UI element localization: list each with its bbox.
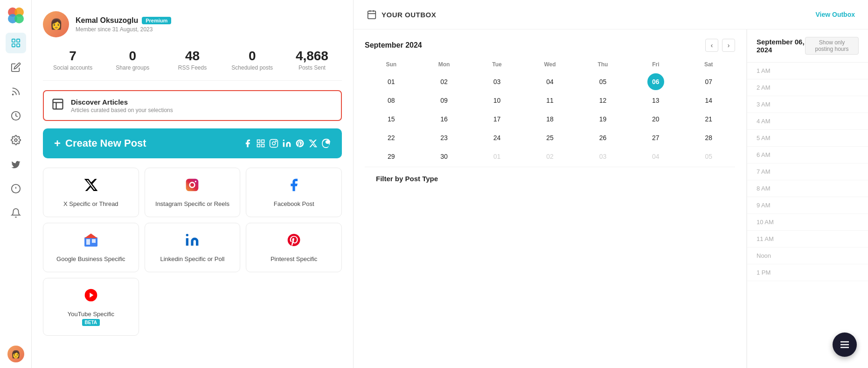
user-avatar-sidebar[interactable]: 👩	[7, 346, 24, 362]
instagram-icon	[185, 177, 200, 196]
cal-day-05[interactable]: 05	[594, 73, 611, 90]
create-new-post-button[interactable]: + Create New Post	[43, 128, 342, 158]
post-type-youtube-label-wrapper: YouTube Specific BETA	[68, 311, 114, 326]
cal-day-next-01[interactable]: 01	[489, 148, 506, 165]
cal-day-15[interactable]: 15	[383, 111, 400, 127]
cal-day-13[interactable]: 13	[647, 92, 664, 109]
time-slot-1pm[interactable]: 1 PM	[747, 264, 868, 281]
post-type-youtube[interactable]: YouTube Specific BETA	[43, 278, 139, 336]
member-since: Member since 31 August, 2023	[76, 26, 171, 33]
cal-day-20[interactable]: 20	[647, 111, 664, 127]
outbox-title-row: YOUR OUTBOX	[367, 9, 436, 20]
cal-day-23[interactable]: 23	[436, 129, 452, 146]
x-icon	[83, 177, 98, 196]
svg-rect-36	[368, 11, 376, 19]
post-type-linkedin-label: Linkedin Specific or Poll	[160, 255, 224, 262]
sidebar-item-dashboard[interactable]	[6, 33, 26, 53]
discover-subtitle: Articles curated based on your selection…	[71, 107, 173, 113]
cal-day-06-today[interactable]: 06	[647, 73, 664, 90]
cal-day-30[interactable]: 30	[436, 148, 452, 165]
cal-day-29[interactable]: 29	[383, 148, 400, 165]
cal-day-27[interactable]: 27	[647, 129, 664, 146]
stat-scheduled-posts-value: 0	[222, 49, 282, 64]
fab-menu-button[interactable]	[833, 333, 857, 357]
time-slot-9am[interactable]: 9 AM	[747, 197, 868, 214]
calendar-nav: September 2024 ‹ ›	[365, 39, 735, 52]
cal-day-25[interactable]: 25	[542, 129, 558, 146]
time-slot-noon[interactable]: Noon	[747, 248, 868, 264]
time-slot-10am[interactable]: 10 AM	[747, 214, 868, 231]
svg-rect-21	[270, 140, 278, 148]
cal-day-next-05[interactable]: 05	[700, 148, 717, 165]
cal-day-28[interactable]: 28	[700, 129, 717, 146]
user-name: Kemal Oksuzoglu	[76, 16, 138, 25]
stat-social-accounts[interactable]: 7 Social accounts	[43, 49, 103, 71]
stat-rss-feeds[interactable]: 48 RSS Feeds	[162, 49, 222, 71]
cal-day-next-04[interactable]: 04	[647, 148, 664, 165]
post-type-facebook[interactable]: Facebook Post	[246, 168, 342, 217]
cal-day-14[interactable]: 14	[700, 92, 717, 109]
app-logo[interactable]	[6, 6, 26, 25]
post-type-instagram[interactable]: Instagram Specific or Reels	[145, 168, 241, 217]
time-slot-8am[interactable]: 8 AM	[747, 180, 868, 197]
pinterest-icon	[286, 233, 301, 251]
post-type-linkedin[interactable]: Linkedin Specific or Poll	[145, 223, 241, 272]
show-only-posting-hours-button[interactable]: Show only posting hours	[805, 37, 859, 55]
sidebar-item-notifications[interactable]	[6, 203, 26, 223]
cal-day-01[interactable]: 01	[383, 73, 400, 90]
view-outbox-link[interactable]: View Outbox	[815, 11, 855, 18]
post-type-pinterest[interactable]: Pinterest Specific	[246, 223, 342, 272]
cal-header-thu: Thu	[576, 59, 629, 70]
cal-day-12[interactable]: 12	[594, 92, 611, 109]
stat-posts-sent[interactable]: 4,868 Posts Sent	[282, 49, 342, 71]
cal-day-next-03[interactable]: 03	[594, 148, 611, 165]
sidebar: 👩	[0, 0, 32, 368]
cal-day-09[interactable]: 09	[436, 92, 452, 109]
calendar-week-3: 15 16 17 18 19 20 21	[365, 111, 735, 127]
calendar-next-button[interactable]: ›	[722, 39, 735, 52]
time-slot-6am[interactable]: 6 AM	[747, 147, 868, 163]
time-slot-4am[interactable]: 4 AM	[747, 113, 868, 130]
time-slot-2am[interactable]: 2 AM	[747, 79, 868, 96]
sidebar-item-settings[interactable]	[6, 130, 26, 150]
cal-day-04[interactable]: 04	[542, 73, 558, 90]
svg-rect-7	[16, 44, 19, 47]
cal-day-02[interactable]: 02	[436, 73, 452, 90]
sidebar-item-twitter[interactable]	[6, 154, 26, 175]
cal-day-08[interactable]: 08	[383, 92, 400, 109]
post-type-x-thread[interactable]: X Specific or Thread	[43, 168, 139, 217]
time-slot-3am[interactable]: 3 AM	[747, 96, 868, 113]
sidebar-item-rss[interactable]	[6, 81, 26, 102]
cal-day-11[interactable]: 11	[542, 92, 558, 109]
cal-day-21[interactable]: 21	[700, 111, 717, 127]
stat-share-groups-value: 0	[103, 49, 162, 64]
discover-articles-box[interactable]: Discover Articles Articles curated based…	[43, 90, 342, 121]
cal-day-18[interactable]: 18	[542, 111, 558, 127]
calendar-nav-buttons: ‹ ›	[705, 39, 735, 52]
time-slot-1am[interactable]: 1 AM	[747, 63, 868, 79]
cal-day-10[interactable]: 10	[489, 92, 506, 109]
stat-scheduled-posts[interactable]: 0 Scheduled posts	[222, 49, 282, 71]
cal-day-16[interactable]: 16	[436, 111, 452, 127]
sidebar-item-compose[interactable]	[6, 57, 26, 78]
time-slot-7am[interactable]: 7 AM	[747, 163, 868, 180]
stat-share-groups[interactable]: 0 Share groups	[103, 49, 162, 71]
cal-day-26[interactable]: 26	[594, 129, 611, 146]
cal-day-24[interactable]: 24	[489, 129, 506, 146]
cal-day-19[interactable]: 19	[594, 111, 611, 127]
cal-day-03[interactable]: 03	[489, 73, 506, 90]
svg-rect-4	[12, 39, 14, 42]
cal-day-22[interactable]: 22	[383, 129, 400, 146]
post-type-google-business[interactable]: Google Business Specific	[43, 223, 139, 272]
sidebar-item-schedule[interactable]	[6, 106, 26, 126]
calendar-prev-button[interactable]: ‹	[705, 39, 718, 52]
cal-day-07[interactable]: 07	[700, 73, 717, 90]
youtube-icon	[83, 288, 98, 306]
cal-day-next-02[interactable]: 02	[542, 148, 558, 165]
svg-point-22	[272, 142, 276, 145]
sidebar-item-info[interactable]	[6, 178, 26, 199]
cal-day-17[interactable]: 17	[489, 111, 506, 127]
cal-header-sun: Sun	[365, 59, 417, 70]
time-slot-5am[interactable]: 5 AM	[747, 130, 868, 147]
time-slot-11am[interactable]: 11 AM	[747, 231, 868, 248]
